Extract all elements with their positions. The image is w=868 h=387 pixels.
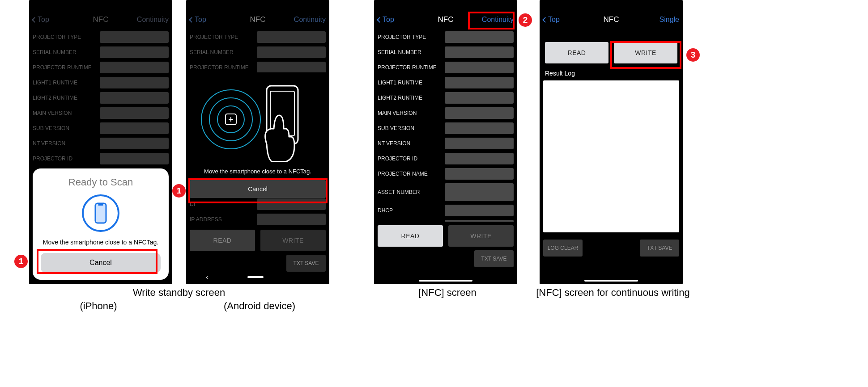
field-label: NT VERSION: [33, 140, 100, 147]
field-input[interactable]: [445, 77, 514, 88]
field-input[interactable]: [445, 62, 514, 73]
txt-save-button[interactable]: TXT SAVE: [474, 250, 514, 267]
chevron-left-icon: [542, 17, 548, 23]
button-row: READ WRITE: [374, 224, 517, 248]
field-input[interactable]: [100, 153, 169, 164]
home-indicator[interactable]: [584, 280, 638, 282]
field-label: PROJECTOR ID: [378, 156, 445, 162]
read-button[interactable]: READ: [545, 42, 608, 63]
field-label: PROJECTOR RUNTIME: [190, 64, 257, 71]
field-input[interactable]: [445, 107, 514, 119]
field-input[interactable]: [445, 153, 514, 164]
android-overlay-message: Move the smartphone close to a NFCTag.: [194, 168, 321, 175]
field-label: DHCP: [378, 207, 445, 214]
status-bar: [29, 0, 172, 10]
txt-save-button[interactable]: TXT SAVE: [640, 240, 679, 257]
field-label: LIGHT1 RUNTIME: [378, 80, 445, 86]
txtsave-row: TXT SAVE: [374, 248, 517, 267]
screen-android: Top NFC Continuity PROJECTOR TYPE SERIAL…: [186, 0, 329, 284]
field-input[interactable]: [100, 138, 169, 149]
field-input[interactable]: [445, 220, 514, 222]
back-button[interactable]: Top: [543, 16, 560, 24]
field-label: LIGHT1 RUNTIME: [33, 80, 100, 86]
field-input[interactable]: [445, 183, 514, 201]
chevron-left-icon: [189, 17, 195, 23]
write-button[interactable]: WRITE: [448, 225, 514, 247]
field-input[interactable]: [445, 122, 514, 134]
field-input[interactable]: [445, 138, 514, 149]
field-input[interactable]: [445, 31, 514, 43]
back-button[interactable]: Top: [378, 16, 394, 24]
screen-nfc: Top NFC Continuity PROJECTOR TYPE SERIAL…: [374, 0, 517, 284]
nav-bar: Top NFC Continuity: [186, 10, 329, 29]
field-input[interactable]: [100, 77, 169, 88]
field-input[interactable]: [100, 122, 169, 134]
android-home-pill[interactable]: [247, 276, 264, 278]
caption-nfc-screen: [NFC] screen: [403, 287, 492, 299]
screen-iphone: Top NFC Continuity PROJECTOR TYPE SERIAL…: [29, 0, 172, 284]
result-log-box[interactable]: [543, 80, 679, 232]
cancel-button[interactable]: Cancel: [41, 253, 161, 273]
field-label: SERIAL NUMBER: [33, 49, 100, 55]
button-row: READ WRITE: [186, 229, 329, 252]
field-label: PROJECTOR NAME: [378, 171, 445, 177]
nav-right-continuity[interactable]: Continuity: [294, 16, 326, 24]
read-button[interactable]: READ: [378, 225, 443, 247]
field-label: IP ADDRESS: [190, 216, 257, 223]
android-nav-bar: ‹: [186, 273, 329, 282]
nav-right-single[interactable]: Single: [660, 16, 679, 24]
field-input[interactable]: [445, 92, 514, 104]
ios-sheet-message: Move the smartphone close to a NFCTag.: [41, 238, 161, 247]
android-back-icon[interactable]: ‹: [206, 273, 208, 281]
field-label: PROJECTOR TYPE: [378, 34, 445, 40]
back-button[interactable]: Top: [190, 16, 206, 24]
field-label: PROJECTOR TYPE: [33, 34, 100, 40]
cancel-button[interactable]: Cancel: [190, 180, 326, 198]
nav-right-continuity[interactable]: Continuity: [137, 16, 169, 24]
caption-android: (Android device): [210, 300, 309, 312]
result-log-area: Result Log: [540, 63, 683, 236]
write-button[interactable]: WRITE: [614, 42, 677, 63]
home-indicator[interactable]: [419, 280, 472, 282]
field-input[interactable]: [445, 168, 514, 180]
txtsave-row: TXT SAVE: [186, 252, 329, 272]
result-log-label: Result Log: [545, 70, 677, 77]
field-input[interactable]: [257, 31, 326, 43]
field-input[interactable]: [445, 205, 514, 216]
field-input[interactable]: [445, 46, 514, 58]
field-input[interactable]: [257, 46, 326, 58]
field-input[interactable]: [257, 214, 326, 225]
status-bar: [374, 0, 517, 10]
ios-sheet-title: Ready to Scan: [41, 177, 161, 188]
caption-iphone: (iPhone): [63, 300, 134, 312]
field-input[interactable]: [100, 62, 169, 73]
field-input[interactable]: [100, 31, 169, 43]
chevron-left-icon: [377, 17, 383, 23]
back-label: Top: [383, 16, 394, 24]
nfc-phone-icon: [41, 194, 161, 234]
back-button[interactable]: Top: [33, 16, 49, 24]
txt-save-button[interactable]: TXT SAVE: [286, 255, 326, 272]
field-input[interactable]: [257, 198, 326, 210]
field-label: SUB VERSION: [33, 125, 100, 131]
nav-right-continuity[interactable]: Continuity: [482, 16, 514, 24]
callout-1b: 1: [172, 184, 186, 198]
android-nfc-overlay: Move the smartphone close to a NFCTag. C…: [186, 72, 329, 198]
fields-list: PROJECTOR TYPE SERIAL NUMBER PROJECTOR R…: [374, 29, 517, 222]
field-input[interactable]: [257, 62, 326, 73]
nav-bar: Top NFC Continuity: [29, 10, 172, 29]
read-button[interactable]: READ: [190, 230, 255, 251]
field-input[interactable]: [100, 92, 169, 104]
field-input[interactable]: [100, 46, 169, 58]
write-button[interactable]: WRITE: [260, 230, 326, 251]
status-bar: [540, 0, 683, 10]
screen-nfc-continuous: Top NFC Single READ WRITE Result Log LOG…: [540, 0, 683, 284]
field-label: LIGHT2 RUNTIME: [378, 95, 445, 101]
status-bar: [186, 0, 329, 10]
field-input[interactable]: [100, 107, 169, 119]
field-label: MAIN VERSION: [378, 110, 445, 116]
log-clear-button[interactable]: LOG CLEAR: [543, 240, 583, 257]
chevron-left-icon: [32, 17, 38, 23]
field-label: PROJECTOR RUNTIME: [378, 64, 445, 71]
field-label: PROJECTOR ID: [33, 156, 100, 162]
